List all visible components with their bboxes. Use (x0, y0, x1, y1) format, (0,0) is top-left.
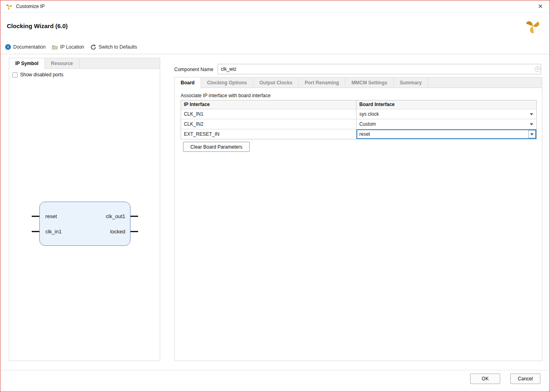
clear-input-icon[interactable]: ✕ (535, 66, 540, 72)
folder-icon (52, 45, 58, 49)
port-label-clk-in1: clk_in1 (45, 229, 61, 235)
header: Clocking Wizard (6.0) i Documentation IP… (0, 13, 550, 54)
titlebar: Customize IP ✕ (0, 0, 550, 13)
documentation-label: Documentation (13, 44, 46, 50)
show-disabled-ports-label: Show disabled ports (20, 72, 63, 78)
ok-button[interactable]: OK (470, 374, 500, 384)
port-label-locked: locked (110, 229, 125, 235)
col-header-board-interface: Board Interface (356, 100, 536, 109)
dropdown-value: sys clock (359, 111, 379, 117)
footer-divider (1, 370, 549, 370)
board-interface-dropdown-clk-in1[interactable]: sys clock (356, 109, 536, 119)
ip-interface-cell: EXT_RESET_IN (181, 129, 356, 139)
show-disabled-ports-row: Show disabled ports (12, 72, 63, 78)
ip-symbol-diagram: reset clk_in1 clk_out1 locked (39, 202, 130, 246)
page-title: Clocking Wizard (6.0) (7, 22, 68, 29)
port-stub-clk-in1 (32, 231, 40, 232)
chevron-down-icon (530, 133, 534, 135)
clear-board-parameters-button[interactable]: Clear Board Parameters (183, 142, 250, 152)
show-disabled-ports-checkbox[interactable] (12, 72, 18, 78)
ip-location-label: IP Location (60, 44, 84, 50)
table-row: CLK_IN1 sys clock (181, 109, 536, 119)
dropdown-value: reset (359, 129, 370, 139)
tab-clocking-options[interactable]: Clocking Options (201, 78, 253, 88)
tab-mmcm-settings[interactable]: MMCM Settings (345, 78, 393, 88)
switch-to-defaults-label: Switch to Defaults (99, 44, 137, 50)
tab-output-clocks[interactable]: Output Clocks (253, 78, 299, 88)
switch-to-defaults-button[interactable]: Switch to Defaults (90, 44, 137, 50)
documentation-button[interactable]: i Documentation (5, 44, 46, 50)
close-icon[interactable]: ✕ (536, 3, 544, 10)
port-label-clk-out1: clk_out1 (106, 213, 125, 219)
tab-ip-symbol[interactable]: IP Symbol (9, 58, 45, 69)
tab-summary[interactable]: Summary (394, 78, 428, 88)
main-tabstrip: Board Clocking Options Output Clocks Por… (175, 78, 542, 88)
cancel-button[interactable]: Cancel (510, 374, 540, 384)
port-stub-clk-out1 (130, 216, 138, 217)
tab-resource[interactable]: Resource (45, 58, 79, 69)
component-name-input[interactable] (218, 64, 541, 74)
table-row: EXT_RESET_IN reset (181, 129, 536, 139)
xilinx-logo (526, 19, 540, 33)
chevron-down-icon (530, 123, 533, 125)
dropdown-button[interactable] (528, 130, 536, 138)
refresh-icon (90, 44, 96, 50)
dropdown-value: Custom (359, 121, 376, 127)
port-stub-locked (130, 231, 138, 232)
board-interface-dropdown-clk-in2[interactable]: Custom (356, 119, 536, 129)
table-header-row: IP Interface Board Interface (181, 100, 536, 109)
xilinx-icon (6, 3, 12, 10)
toolbar: i Documentation IP Location Switch to De… (5, 43, 137, 51)
window-title: Customize IP (16, 4, 45, 9)
ip-location-button[interactable]: IP Location (52, 44, 84, 50)
ip-interface-cell: CLK_IN1 (181, 109, 356, 119)
ip-symbol-panel: IP Symbol Resource Show disabled ports r… (9, 58, 160, 361)
left-tabstrip: IP Symbol Resource (9, 58, 160, 69)
tab-board[interactable]: Board (175, 78, 201, 88)
board-interface-dropdown-ext-reset-in[interactable]: reset (356, 129, 536, 139)
selected-dropdown-outline (356, 129, 536, 139)
board-description: Associate IP interface with board interf… (181, 93, 271, 98)
board-interface-table: IP Interface Board Interface CLK_IN1 sys… (181, 100, 537, 139)
col-header-ip-interface: IP Interface (181, 100, 356, 109)
port-label-reset: reset (45, 213, 57, 219)
tab-port-renaming[interactable]: Port Renaming (299, 78, 345, 88)
ip-interface-cell: CLK_IN2 (181, 119, 356, 129)
chevron-down-icon (530, 113, 533, 115)
customize-ip-dialog: Customize IP ✕ Clocking Wizard (6.0) i D… (0, 0, 550, 392)
settings-panel: Board Clocking Options Output Clocks Por… (174, 77, 542, 361)
port-stub-reset (32, 216, 40, 217)
info-icon: i (5, 44, 11, 50)
table-row: CLK_IN2 Custom (181, 119, 536, 129)
component-name-label: Component Name (174, 67, 213, 72)
